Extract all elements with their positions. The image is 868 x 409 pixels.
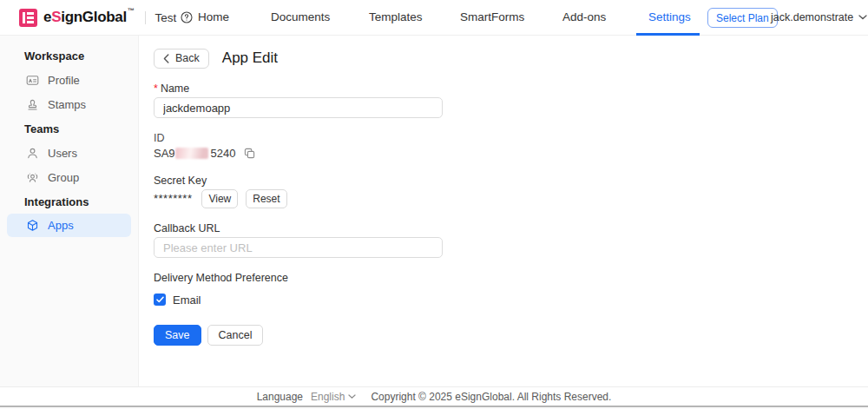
sidebar-item-label: Group	[48, 171, 79, 184]
masked-secret-value: ********	[154, 192, 192, 205]
sidebar-item-label: Stamps	[48, 98, 86, 111]
divider	[145, 11, 146, 24]
secret-key-row: ******** View Reset	[154, 188, 854, 208]
nav-settings[interactable]: Settings	[648, 0, 691, 35]
top-header: eSignGlobal™ Test Home Documents Templat…	[0, 0, 868, 36]
form-actions: Save Cancel	[154, 325, 854, 346]
nav-smartforms[interactable]: SmartForms	[460, 0, 524, 35]
nav-templates[interactable]: Templates	[369, 0, 423, 35]
cancel-button[interactable]: Cancel	[207, 325, 264, 346]
callback-url-input[interactable]	[154, 237, 443, 258]
redacted-id-segment	[175, 148, 208, 159]
id-value: SA9 5240	[154, 146, 854, 161]
id-value-prefix: SA9	[154, 147, 175, 160]
sidebar-item-stamps[interactable]: Stamps	[0, 92, 138, 116]
user-name: jack.demonstrate	[771, 11, 853, 23]
sidebar-item-label: Profile	[48, 74, 80, 87]
nav-addons[interactable]: Add-ons	[562, 0, 606, 35]
chevron-left-icon	[163, 54, 169, 63]
save-button[interactable]: Save	[154, 325, 201, 346]
secret-key-label: Secret Key	[154, 175, 854, 188]
chevron-down-icon	[858, 15, 867, 20]
sidebar-item-label: Users	[48, 147, 77, 160]
brand-name: eSignGlobal™	[43, 9, 135, 26]
stamp-icon	[26, 98, 39, 111]
email-option-row: Email	[154, 293, 854, 307]
sidebar-item-apps[interactable]: Apps	[7, 214, 131, 237]
select-plan-button[interactable]: Select Plan	[707, 8, 778, 28]
id-value-suffix: 5240	[211, 147, 236, 160]
name-input[interactable]	[154, 97, 443, 118]
sidebar-item-users[interactable]: Users	[0, 141, 138, 165]
trademark: ™	[128, 7, 135, 15]
language-select[interactable]: English	[311, 391, 356, 403]
sidebar: Workspace Profile Stamps Teams U	[0, 36, 139, 386]
brand: eSignGlobal™ Test	[19, 0, 193, 35]
language-value: English	[311, 391, 345, 403]
chevron-down-icon	[348, 394, 356, 399]
window-bottom-edge	[0, 406, 868, 409]
sidebar-section-integrations: Integrations	[0, 189, 138, 214]
page-title: App Edit	[222, 49, 278, 67]
nav-home[interactable]: Home	[198, 0, 229, 35]
reset-secret-button[interactable]: Reset	[246, 189, 286, 208]
copyright-text: Copyright © 2025 eSignGlobal. All Rights…	[371, 391, 611, 403]
nav-documents[interactable]: Documents	[271, 0, 330, 35]
environment-label: Test	[155, 11, 194, 24]
delivery-method-label: Delivery Method Preference	[154, 272, 854, 285]
sidebar-item-profile[interactable]: Profile	[0, 68, 138, 92]
id-label: ID	[154, 132, 854, 145]
name-label: *Name	[154, 82, 854, 96]
app-edit-panel: Back App Edit *Name ID SA9 5240 Secret K…	[140, 36, 868, 386]
esignglobal-logo-icon	[19, 9, 37, 27]
email-checkbox[interactable]	[154, 294, 166, 306]
copy-id-button[interactable]	[244, 148, 255, 159]
sidebar-item-group[interactable]: Group	[0, 165, 138, 189]
language-label: Language	[257, 391, 303, 403]
active-tab-indicator	[636, 33, 700, 36]
back-button[interactable]: Back	[154, 49, 209, 69]
id-card-icon	[26, 74, 39, 87]
help-icon[interactable]	[181, 11, 193, 23]
user-icon	[26, 147, 39, 160]
group-icon	[26, 171, 39, 184]
user-menu[interactable]: jack.demonstrate	[771, 0, 867, 35]
footer: Language English Copyright © 2025 eSignG…	[0, 386, 868, 406]
sidebar-section-teams: Teams	[0, 116, 138, 141]
required-mark: *	[154, 82, 158, 95]
email-checkbox-label: Email	[173, 294, 201, 307]
view-secret-button[interactable]: View	[201, 189, 238, 208]
sidebar-item-label: Apps	[48, 219, 74, 232]
callback-url-label: Callback URL	[154, 222, 854, 235]
sidebar-section-workspace: Workspace	[0, 43, 138, 68]
page-header-row: Back App Edit	[154, 48, 854, 69]
cube-icon	[26, 219, 39, 232]
